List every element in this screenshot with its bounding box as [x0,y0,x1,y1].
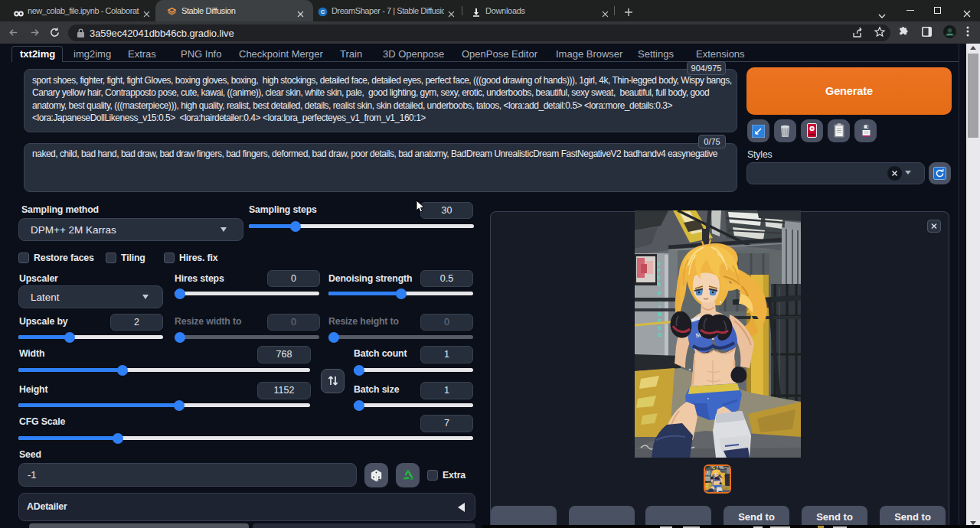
svg-text:C: C [321,9,325,15]
